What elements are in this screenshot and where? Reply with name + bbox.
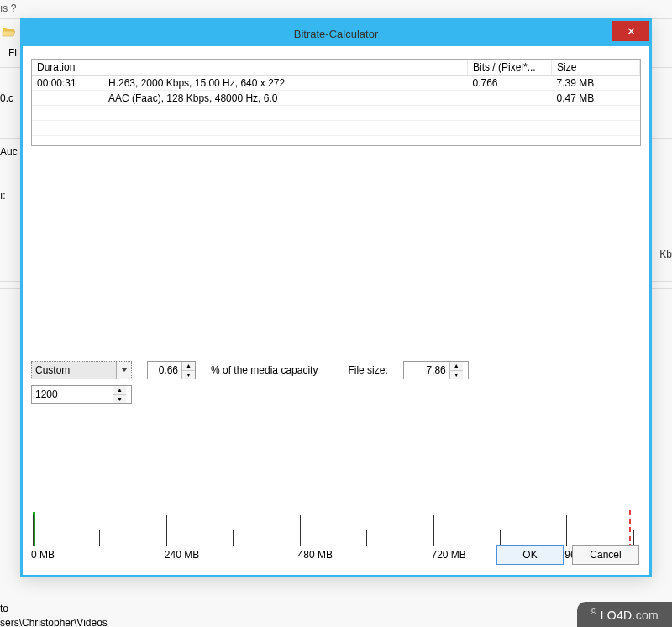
spinner-arrows[interactable]: ▲▼ [113, 386, 126, 403]
watermark-suffix: .com [632, 609, 659, 622]
ruler-limit [629, 510, 631, 549]
arrow-up-icon[interactable]: ▲ [182, 362, 195, 371]
table-row [32, 121, 640, 136]
dialog-buttons: OK Cancel [496, 545, 639, 565]
percent-stepper[interactable]: ▲▼ [147, 361, 196, 379]
ruler-label: 720 MB [432, 549, 466, 561]
preset-value: Custom [35, 364, 70, 376]
cell-size: 7.39 MB [552, 76, 640, 91]
col-bits[interactable]: Bits / (Pixel*... [468, 60, 552, 76]
cell-bits [468, 91, 552, 106]
bitrate-input[interactable] [32, 386, 113, 403]
cell-size: 0.47 MB [552, 91, 640, 106]
ext-fragment: 0.c [0, 92, 13, 104]
controls-row: Custom ▲▼ % of the media capacity File s… [31, 361, 641, 379]
spinner-arrows[interactable]: ▲▼ [449, 362, 463, 379]
ruler-tick [99, 530, 100, 546]
ruler-tick [166, 515, 167, 546]
close-button[interactable]: ✕ [612, 21, 649, 41]
arrow-down-icon[interactable]: ▼ [113, 395, 126, 404]
ruler-tick [500, 530, 501, 546]
cell-duration [32, 91, 103, 106]
chevron-down-icon[interactable] [116, 362, 131, 379]
preset-combo[interactable]: Custom [31, 361, 132, 379]
cell-desc: AAC (Faac), 128 Kbps, 48000 Hz, 6.0 [103, 91, 468, 106]
kb-label: Kb [659, 248, 672, 260]
percent-label: % of the media capacity [211, 364, 318, 376]
ruler-tick [433, 515, 434, 546]
cancel-button[interactable]: Cancel [572, 545, 639, 565]
cell-duration: 00:00:31 [32, 76, 103, 91]
bitrate-stepper[interactable]: ▲▼ [31, 385, 132, 404]
dialog-title: Bitrate-Calculator [294, 28, 378, 40]
filesize-label: File size: [348, 364, 387, 376]
ruler-label: 0 MB [31, 549, 55, 561]
arrow-down-icon[interactable]: ▼ [450, 371, 463, 379]
ruler-tick [633, 530, 634, 546]
cell-bits: 0.766 [468, 76, 552, 91]
bitrate-row: ▲▼ [31, 385, 132, 404]
col-duration[interactable]: Duration [32, 60, 468, 76]
ruler-label: 240 MB [165, 549, 199, 561]
ruler-tick [566, 515, 567, 546]
parent-menu-fragment: ıs ? [0, 3, 16, 14]
table-row [32, 106, 640, 121]
folder-open-icon[interactable] [2, 25, 15, 39]
watermark: © LO4D.com [577, 602, 672, 627]
percent-input[interactable] [148, 362, 181, 379]
col-size[interactable]: Size [552, 60, 640, 76]
to-label: to [0, 603, 8, 614]
filesize-input[interactable] [404, 362, 449, 379]
output-path: sers\Christopher\Videos [0, 617, 108, 627]
arrow-up-icon[interactable]: ▲ [450, 362, 463, 371]
cell-desc: H.263, 2000 Kbps, 15.00 Hz, 640 x 272 [103, 76, 468, 91]
close-icon: ✕ [627, 25, 636, 38]
ruler-tick [300, 515, 301, 546]
ruler-tick [233, 530, 234, 546]
ruler-label: 480 MB [298, 549, 333, 561]
bitrate-calculator-dialog: Bitrate-Calculator ✕ Duration Bits / (Pi… [20, 18, 652, 577]
watermark-text: LO4D [601, 609, 633, 622]
colon-label: ı: [0, 190, 6, 201]
titlebar[interactable]: Bitrate-Calculator ✕ [23, 21, 649, 46]
ruler-tick [33, 515, 34, 546]
table-row[interactable]: AAC (Faac), 128 Kbps, 48000 Hz, 6.0 0.47… [32, 91, 640, 106]
arrow-down-icon[interactable]: ▼ [182, 371, 195, 379]
streams-table[interactable]: Duration Bits / (Pixel*... Size 00:00:31… [31, 59, 641, 146]
dialog-body: Duration Bits / (Pixel*... Size 00:00:31… [23, 46, 649, 575]
arrow-up-icon[interactable]: ▲ [113, 386, 126, 395]
filesize-stepper[interactable]: ▲▼ [403, 361, 469, 379]
fi-label: Fi [8, 47, 17, 59]
table-row[interactable]: 00:00:31 H.263, 2000 Kbps, 15.00 Hz, 640… [32, 76, 640, 91]
size-ruler[interactable]: 0 MB 240 MB 480 MB 720 MB 960 MB [33, 499, 639, 546]
ruler-tick [366, 530, 367, 546]
spinner-arrows[interactable]: ▲▼ [181, 362, 195, 379]
ok-button[interactable]: OK [496, 545, 564, 565]
table-header-row: Duration Bits / (Pixel*... Size [32, 60, 640, 76]
aud-label: Auc [0, 146, 18, 158]
